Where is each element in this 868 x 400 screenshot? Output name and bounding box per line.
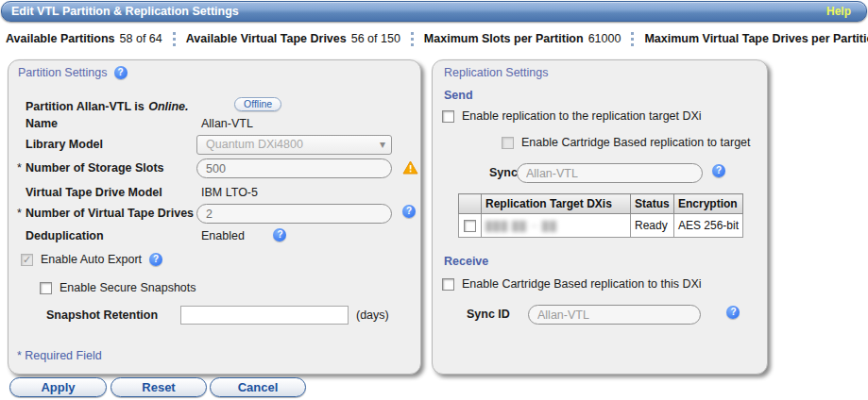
target-column-header: Replication Target DXis	[482, 194, 631, 214]
deduplication-value: Enabled	[201, 229, 245, 242]
stat-max-slots: Maximum Slots per Partition 61000	[424, 32, 621, 45]
snapshot-retention-input[interactable]	[180, 306, 349, 325]
num-drives-label: Number of Virtual Tape Drives	[26, 207, 194, 220]
replication-settings-panel: Replication Settings Send Enable replica…	[432, 59, 768, 375]
target-address-redacted: ███ ██ ─ ██	[485, 221, 557, 231]
receive-section-heading: Receive	[444, 255, 488, 268]
enable-cartridge-receive-label: Enable Cartridge Based replication to th…	[462, 277, 702, 291]
storage-slots-input[interactable]	[196, 158, 392, 178]
enable-replication-label: Enable replication to the replication ta…	[462, 109, 702, 123]
required-field-note: * Required Field	[17, 349, 102, 362]
apply-button[interactable]: Apply	[9, 377, 107, 397]
auto-export-checkbox	[21, 254, 33, 266]
enable-cartridge-target-checkbox	[502, 137, 514, 149]
auto-export-row: Enable Auto Export	[21, 253, 162, 266]
replication-targets-table: Replication Target DXis Status Encryptio…	[458, 193, 743, 238]
secure-snapshots-label: Enable Secure Snapshots	[60, 281, 196, 294]
deduplication-help-icon[interactable]	[273, 228, 286, 242]
target-status: Ready	[631, 214, 674, 238]
required-marker: *	[17, 207, 22, 220]
offline-button[interactable]: Offline	[234, 97, 281, 111]
stat-available-partitions: Available Partitions 58 of 64	[6, 32, 162, 45]
deduplication-label: Deduplication	[26, 229, 104, 242]
stat-max-drives: Maximum Virtual Tape Drives per Partitio…	[644, 32, 868, 45]
stats-bar: Available Partitions 58 of 64 Available …	[6, 29, 868, 48]
enable-cartridge-target-label: Enable Cartridge Based replication to ta…	[521, 136, 751, 149]
table-header-row: Replication Target DXis Status Encryptio…	[459, 194, 743, 214]
send-section-heading: Send	[444, 89, 473, 102]
num-drives-help-icon[interactable]	[402, 205, 416, 218]
select-column-header	[459, 194, 482, 214]
enable-replication-row: Enable replication to the replication ta…	[442, 109, 702, 123]
snapshot-retention-label: Snapshot Retention	[46, 308, 158, 322]
warning-icon	[402, 160, 418, 175]
title-bar: Edit VTL Partition & Replication Setting…	[1, 1, 867, 22]
encryption-column-header: Encryption	[674, 194, 743, 214]
stats-divider	[173, 32, 176, 46]
status-column-header: Status	[631, 194, 674, 214]
secure-snapshots-row: Enable Secure Snapshots	[40, 281, 196, 294]
drive-model-value: IBM LTO-5	[201, 186, 258, 199]
drive-model-label: Virtual Tape Drive Model	[26, 186, 162, 199]
days-suffix: (days)	[356, 308, 389, 322]
page-title: Edit VTL Partition & Replication Setting…	[11, 2, 239, 22]
partition-status-line: Partition Allan-VTL is Online.	[26, 97, 189, 114]
library-model-label: Library Model	[26, 138, 103, 151]
chevron-down-icon: ▾	[380, 136, 385, 153]
enable-replication-checkbox[interactable]	[442, 110, 454, 123]
name-value: Allan-VTL	[201, 117, 253, 130]
enable-cartridge-target-row: Enable Cartridge Based replication to ta…	[502, 136, 751, 149]
cancel-button[interactable]: Cancel	[210, 377, 306, 397]
target-row-checkbox[interactable]	[464, 220, 476, 232]
receive-sync-id-input	[528, 305, 701, 325]
partition-settings-help-icon[interactable]	[114, 66, 128, 79]
storage-slots-label: Number of Storage Slots	[26, 161, 164, 175]
stats-divider	[411, 32, 414, 46]
stats-divider	[631, 32, 634, 46]
replication-settings-heading: Replication Settings	[444, 66, 548, 79]
required-marker: *	[17, 161, 22, 175]
help-link[interactable]: Help	[826, 2, 851, 22]
partition-settings-heading: Partition Settings	[18, 66, 128, 79]
secure-snapshots-checkbox[interactable]	[40, 282, 52, 294]
partition-status-value: Online.	[148, 100, 188, 113]
name-label: Name	[26, 117, 58, 130]
auto-export-help-icon[interactable]	[149, 253, 162, 266]
library-model-select: Quantum DXi4800 ▾	[196, 135, 392, 155]
enable-cartridge-receive-checkbox[interactable]	[442, 278, 454, 291]
num-drives-input[interactable]	[196, 204, 392, 224]
enable-cartridge-receive-row: Enable Cartridge Based replication to th…	[442, 277, 702, 291]
stat-available-drives: Available Virtual Tape Drives 56 of 150	[186, 32, 400, 45]
receive-sync-id-help-icon[interactable]	[726, 306, 740, 319]
table-row: ███ ██ ─ ██ Ready AES 256-bit	[459, 214, 743, 238]
target-encryption: AES 256-bit	[674, 214, 743, 238]
auto-export-label: Enable Auto Export	[41, 253, 142, 266]
send-sync-id-help-icon[interactable]	[712, 164, 725, 177]
send-sync-id-input	[517, 163, 703, 183]
edit-vtl-partition-page: Edit VTL Partition & Replication Setting…	[0, 0, 868, 400]
partition-settings-panel: Partition Settings Partition Allan-VTL i…	[8, 59, 421, 375]
reset-button[interactable]: Reset	[111, 377, 207, 397]
receive-sync-id-label: Sync ID	[467, 308, 510, 321]
